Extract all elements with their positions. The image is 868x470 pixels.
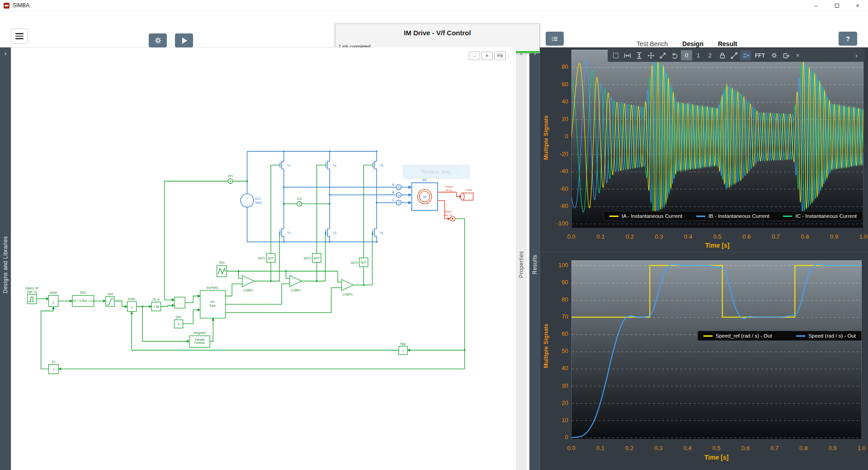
currents-chart[interactable]: Multiple Signals 0 1 2 (540, 47, 868, 251)
designs-libraries-panel[interactable]: › Designs and Libraries (0, 47, 11, 470)
app-logo-icon (4, 3, 9, 9)
cursor-2-button[interactable]: 2 (704, 50, 716, 61)
close-button[interactable]: × (847, 0, 868, 11)
signal-compare-icon[interactable] (740, 50, 751, 61)
ia-swatch (609, 216, 618, 217)
source-tri1[interactable]: TRI1 (217, 261, 226, 277)
run-simulation-button[interactable] (175, 33, 193, 47)
properties-label: Properties (518, 59, 524, 470)
label-t1: T1 (287, 164, 291, 167)
currents-legend: IA - Instantaneous Current IB - Instanta… (604, 211, 863, 221)
dc-source-dc1[interactable]: + - DC1 600V (241, 194, 262, 207)
plot-settings-icon[interactable] (769, 50, 780, 61)
label-ib: IB (392, 191, 395, 194)
2uw-value: 1.48 (153, 305, 159, 308)
label-speed-ref: Speed_ref (25, 287, 38, 290)
comparator-comp1[interactable]: COMP1 (242, 276, 254, 292)
voltmeter-vp1[interactable]: V VP1 (228, 174, 233, 183)
minimize-button[interactable]: – (806, 0, 826, 11)
transistor-t3[interactable]: T3 (326, 225, 336, 240)
gate-not2[interactable]: NOT NOT2 (304, 254, 321, 263)
results-strip[interactable]: › Results (529, 47, 540, 470)
comparator-comp3[interactable]: COMP3 (341, 279, 353, 296)
comparator-comp2[interactable]: COMP2 (290, 276, 302, 292)
fft-button[interactable]: FFT (752, 50, 768, 61)
settings-button[interactable] (149, 33, 167, 47)
block-sum2[interactable]: Σ SUM2 (48, 291, 58, 306)
speed-plot[interactable] (540, 253, 868, 470)
label-npp: Npp (401, 342, 406, 345)
pan-icon[interactable] (645, 50, 656, 61)
transistor-t6[interactable]: T6 (373, 225, 383, 240)
torque-output[interactable]: Torque (N.m) (445, 185, 453, 191)
block-integrator[interactable]: Transfer Function Integrator (189, 331, 210, 347)
cursor-1-button[interactable]: 1 (693, 50, 704, 61)
results-label: Results (532, 59, 538, 470)
legend-ib: IB - Instantaneous Current (708, 213, 769, 219)
cursor-0-button[interactable]: 0 (681, 50, 692, 61)
legend-speed: Speed (rad / s) - Out (808, 333, 856, 338)
maximize-button[interactable] (826, 0, 847, 11)
block-pid1[interactable]: 0.5 + 0.05/s + 0.s PID1 (72, 291, 94, 306)
expand-designs-icon[interactable]: › (0, 47, 11, 59)
block-inv-park[interactable]: Inv. Park Inv/Park1 (200, 286, 226, 318)
close-plot-icon[interactable]: × (792, 50, 803, 61)
block-2uw-gain[interactable]: 1.48 2U_w (151, 298, 160, 311)
undo-icon[interactable] (669, 50, 680, 61)
help-button[interactable]: ? (839, 32, 857, 46)
integrator-text1: Transfer (194, 338, 205, 341)
job-list-button[interactable] (546, 32, 564, 46)
label-comp1: COMP1 (243, 289, 254, 292)
speed-output-port[interactable]: Speed (rad / s) (443, 210, 455, 221)
export-icon[interactable] (780, 50, 792, 61)
slope-cursor-icon[interactable] (728, 50, 740, 61)
properties-panel[interactable]: ‹ Properties (516, 47, 527, 470)
legend-ia: IA - Instantaneous Current (622, 213, 682, 219)
lock-icon[interactable] (717, 50, 728, 61)
label-lim1: Lim1 (107, 292, 113, 295)
label-tri1: TRI1 (219, 261, 225, 264)
zoom-extents-icon[interactable] (657, 50, 668, 61)
block-g1[interactable]: -1 G1 (48, 360, 58, 374)
schematic-canvas[interactable]: + - DC1 600V T1 T4 T5 T2 (11, 47, 516, 470)
menu-button[interactable] (11, 28, 28, 44)
zoom-fit-button[interactable]: Fit (494, 52, 506, 60)
block-sum1[interactable]: Σ SUM1 (127, 297, 137, 311)
gate-not1[interactable]: NOT NOT1 (258, 254, 275, 263)
label-sum2: SUM2 (49, 291, 57, 294)
block-qsr1[interactable]: 0 Qsr1 (174, 315, 183, 328)
induction-machine-im1[interactable]: IM IM1 (412, 179, 438, 211)
titlebar: SIMBA – × (0, 0, 868, 11)
source-speed-ref[interactable]: Speed_ref (rad / s) (25, 287, 38, 304)
divide-symbol: ÷ (179, 302, 181, 305)
label-g1: G1 (52, 360, 56, 363)
vp1-symbol: V (230, 179, 232, 183)
expand-panel-icon[interactable]: › (851, 50, 862, 61)
ammeter-ia[interactable]: A IA (392, 183, 401, 189)
block-lim1[interactable]: Lim1 (106, 292, 114, 306)
u12-symbol: V (298, 202, 301, 205)
transistor-t5[interactable]: T5 (373, 157, 383, 173)
ammeter-ib[interactable]: A IB (392, 191, 401, 197)
speed-axis-title: Multiple Signals (541, 253, 552, 439)
speed-chart[interactable]: Multiple Signals Speed_ref (rad / s) - O… (540, 253, 868, 470)
transistor-t4[interactable]: T4 (326, 157, 336, 173)
load1[interactable]: Load1 (461, 188, 473, 200)
control-wires (37, 165, 465, 369)
transistor-t1[interactable]: T1 (280, 157, 290, 173)
voltmeter-u12[interactable]: V U12 (297, 197, 302, 206)
label-comp2: COMP2 (291, 289, 301, 292)
schematic-svg[interactable]: + - DC1 600V T1 T4 T5 T2 (11, 47, 516, 470)
region-zoom-icon[interactable] (610, 50, 621, 61)
gate-not3[interactable]: NOT NOT3 (351, 258, 368, 267)
fit-vertical-icon[interactable] (633, 50, 645, 61)
zoom-out-button[interactable]: - (469, 52, 480, 60)
zoom-in-button[interactable]: + (481, 52, 493, 60)
help-icon: ? (846, 35, 850, 42)
maximize-icon (835, 4, 839, 8)
fit-horizontal-icon[interactable] (622, 50, 633, 61)
block-npp[interactable]: 2 Npp (399, 342, 407, 354)
block-divide[interactable]: ÷ (174, 297, 185, 308)
ammeter-ic[interactable]: A IC (392, 198, 401, 205)
transistor-t2[interactable]: T2 (280, 225, 290, 240)
